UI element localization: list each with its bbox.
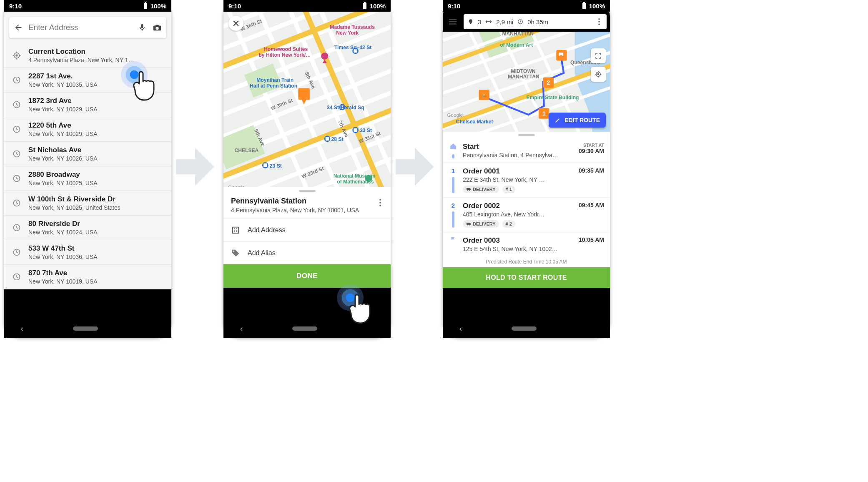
- map-poi-label: Empire State Building: [527, 95, 579, 100]
- nav-back-icon[interactable]: ‹: [459, 324, 462, 333]
- stop-address: 125 E 54th St, New York, NY 1002…: [463, 246, 574, 252]
- map-area-label: CHELSEA: [234, 148, 258, 153]
- row-title: 1220 5th Ave: [28, 121, 164, 130]
- row-current-location[interactable]: Current Location4 Pennsylvania Plaza, Ne…: [4, 43, 171, 68]
- map-poi-label: Moynihan Train: [256, 77, 294, 83]
- phone-address-search: 9:10 100%: [4, 0, 171, 338]
- address-history-row[interactable]: 2287 1st Ave.New York, NY 10035, USA: [4, 68, 171, 93]
- stop-time: 09:45 AM: [579, 202, 604, 208]
- route-summary-card[interactable]: 3 2,9 mi 0h 35m: [464, 14, 607, 29]
- svg-point-50: [379, 202, 381, 203]
- status-bar: 9:10 100%: [443, 0, 610, 12]
- back-arrow-icon[interactable]: [13, 23, 23, 33]
- clock-icon: [517, 19, 523, 25]
- kebab-icon[interactable]: [596, 18, 602, 25]
- stop-time-label: START AT: [579, 143, 604, 148]
- row-title: W 100th St & Riverside Dr: [28, 195, 164, 203]
- stop-time: 10:05 AM: [579, 236, 604, 243]
- address-history-row[interactable]: 80 Riverside DrNew York, NY 10024, USA: [4, 216, 171, 240]
- stop-title: Order 0002: [463, 202, 574, 210]
- address-history-row[interactable]: 1220 5th AveNew York, NY 10029, USA: [4, 117, 171, 142]
- address-search-input[interactable]: [28, 23, 132, 32]
- svg-rect-0: [145, 2, 146, 3]
- done-label: DONE: [296, 272, 318, 280]
- stop-start[interactable]: Start Pennsylvania Station, 4 Pennsylva……: [443, 138, 610, 163]
- map-poi-label: New York: [336, 30, 359, 36]
- address-history-row[interactable]: W 100th St & Riverside DrNew York, NY 10…: [4, 191, 171, 216]
- start-route-button[interactable]: HOLD TO START ROUTE: [443, 267, 610, 288]
- map-poi-label: Homewood Suites: [264, 46, 308, 52]
- map-poi-label: Times Sq–42 St: [334, 45, 371, 50]
- stop-title: Order 0001: [463, 167, 574, 176]
- mic-icon[interactable]: [137, 23, 147, 33]
- selected-place: Pennsylvania Station 4 Pennsylvania Plaz…: [223, 193, 391, 218]
- row-sub: New York, NY 10026, USA: [28, 155, 164, 162]
- menu-button[interactable]: [446, 15, 459, 28]
- history-icon: [12, 173, 22, 183]
- map-poi-label: Hall at Penn Station: [250, 83, 297, 89]
- row-title: Current Location: [28, 48, 164, 56]
- map-view[interactable]: Madame Tussauds New York Homewood Suites…: [223, 12, 391, 187]
- add-address-label: Add Address: [248, 226, 286, 234]
- nav-back-icon[interactable]: ‹: [21, 324, 23, 333]
- history-icon: [12, 149, 22, 159]
- stop-address: Pennsylvania Station, 4 Pennsylva…: [463, 152, 574, 158]
- sheet-handle[interactable]: [518, 134, 535, 136]
- map-area-label: MANHATTAN: [502, 32, 534, 37]
- status-time: 9:10: [228, 3, 241, 10]
- map-attribution: Google: [228, 185, 245, 187]
- svg-rect-54: [583, 2, 585, 3]
- start-route-label: HOLD TO START ROUTE: [486, 274, 567, 281]
- battery-icon: [143, 2, 148, 10]
- stop-row[interactable]: 2 Order 0002 405 Lexington Ave, New York…: [443, 198, 610, 232]
- row-sub: 4 Pennsylvania Plaza, New York, NY 1…: [28, 57, 164, 63]
- fullscreen-button[interactable]: [591, 48, 606, 63]
- place-menu-button[interactable]: [377, 197, 383, 210]
- svg-rect-52: [233, 227, 239, 233]
- svg-text:⌂: ⌂: [482, 92, 486, 98]
- stop-row[interactable]: Order 0003 125 E 54th St, New York, NY 1…: [443, 232, 610, 256]
- close-icon: [232, 20, 240, 27]
- edit-route-button[interactable]: EDIT ROUTE: [549, 113, 606, 128]
- address-search-bar[interactable]: [9, 17, 166, 38]
- hamburger-icon: [448, 17, 457, 26]
- nav-home-pill[interactable]: [73, 326, 98, 331]
- route-map[interactable]: ⌂ 1 2 MANHATTAN MIDTOWN MANHATTAN of Mod…: [443, 32, 610, 132]
- map-poi-label: of Modern Art: [500, 42, 533, 48]
- close-button[interactable]: [228, 16, 243, 31]
- add-alias-button[interactable]: Add Alias: [223, 241, 391, 264]
- svg-point-81: [597, 73, 600, 75]
- address-history-row[interactable]: 870 7th AveNew York, NY 10019, USA: [4, 265, 171, 289]
- status-bar: 9:10 100%: [4, 0, 171, 12]
- add-alias-label: Add Alias: [248, 249, 276, 257]
- place-title: Pennsylvania Station: [231, 197, 377, 206]
- android-navbar: ‹: [223, 319, 391, 338]
- svg-point-47: [321, 53, 328, 60]
- svg-rect-44: [354, 128, 357, 132]
- locate-button[interactable]: [591, 67, 606, 82]
- svg-rect-35: [298, 88, 309, 100]
- history-icon: [12, 247, 22, 257]
- map-poi-label: Chelsea Market: [456, 119, 493, 125]
- address-history-row[interactable]: 533 W 47th StNew York, NY 10036, USA: [4, 240, 171, 265]
- locate-icon: [595, 70, 602, 78]
- address-history-row[interactable]: St Nicholas AveNew York, NY 10026, USA: [4, 142, 171, 166]
- add-address-button[interactable]: Add Address: [223, 218, 391, 241]
- address-history-row[interactable]: 2880 BroadwayNew York, NY 10025, USA: [4, 166, 171, 191]
- nav-back-icon[interactable]: ‹: [240, 324, 243, 333]
- stop-row[interactable]: 1 Order 0001 222 E 34th St, New York, NY…: [443, 163, 610, 198]
- nav-home-pill[interactable]: [512, 326, 537, 331]
- done-button[interactable]: DONE: [223, 264, 391, 288]
- map-poi-label: of Mathematics: [337, 179, 374, 185]
- map-attribution: Google: [447, 112, 463, 118]
- svg-point-57: [598, 18, 600, 20]
- sheet-handle[interactable]: [299, 190, 316, 192]
- nav-home-pill[interactable]: [292, 326, 317, 331]
- edit-route-label: EDIT ROUTE: [564, 117, 600, 123]
- stop-title: Order 0003: [463, 236, 574, 245]
- predicted-end-time: Predicted Route End Time 10:05 AM: [443, 256, 610, 267]
- row-title: 870 7th Ave: [28, 269, 164, 277]
- address-history-row[interactable]: 1872 3rd AveNew York, NY 10029, USA: [4, 93, 171, 117]
- delivery-badge: DELIVERY: [463, 186, 499, 193]
- camera-icon[interactable]: [152, 23, 162, 33]
